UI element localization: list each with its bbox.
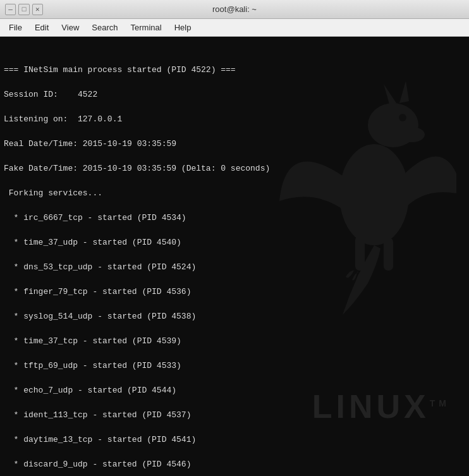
terminal-line: * daytime_13_tcp - started (PID 4541)	[4, 434, 465, 446]
minimize-button[interactable]: —	[5, 4, 16, 15]
window-title: root@kali: ~	[43, 4, 426, 14]
maximize-button[interactable]: □	[18, 4, 29, 15]
terminal-line: === INetSim main process started (PID 45…	[4, 64, 465, 76]
menu-file[interactable]: File	[3, 20, 28, 35]
terminal-line: * finger_79_tcp - started (PID 4536)	[4, 286, 465, 298]
terminal-window[interactable]: LINUXTM === INetSim main process started…	[0, 37, 469, 476]
terminal-output: === INetSim main process started (PID 45…	[4, 39, 465, 476]
menu-view[interactable]: View	[55, 20, 85, 35]
terminal-line: * time_37_tcp - started (PID 4539)	[4, 335, 465, 348]
terminal-line: Forking services...	[4, 187, 465, 200]
menu-edit[interactable]: Edit	[28, 20, 55, 35]
terminal-line: * tftp_69_udp - started (PID 4533)	[4, 360, 465, 372]
terminal-line: * dns_53_tcp_udp - started (PID 4524)	[4, 261, 465, 274]
terminal-line: * time_37_udp - started (PID 4540)	[4, 236, 465, 249]
terminal-line: Session ID: 4522	[4, 88, 465, 101]
terminal-line: Listening on: 127.0.0.1	[4, 113, 465, 126]
menu-search[interactable]: Search	[85, 20, 124, 35]
terminal-line: Real Date/Time: 2015-10-19 03:35:59	[4, 138, 465, 150]
terminal-line: Fake Date/Time: 2015-10-19 03:35:59 (Del…	[4, 162, 465, 175]
terminal-line: * discard_9_udp - started (PID 4546)	[4, 458, 465, 471]
terminal-line: * syslog_514_udp - started (PID 4538)	[4, 310, 465, 323]
menu-terminal[interactable]: Terminal	[125, 20, 168, 35]
terminal-line: * echo_7_udp - started (PID 4544)	[4, 384, 465, 397]
menu-help[interactable]: Help	[168, 20, 198, 35]
terminal-line: * irc_6667_tcp - started (PID 4534)	[4, 212, 465, 224]
close-button[interactable]: ✕	[32, 4, 43, 15]
terminal-line: * ident_113_tcp - started (PID 4537)	[4, 409, 465, 422]
titlebar: — □ ✕ root@kali: ~	[0, 0, 469, 19]
menubar: File Edit View Search Terminal Help	[0, 19, 469, 37]
